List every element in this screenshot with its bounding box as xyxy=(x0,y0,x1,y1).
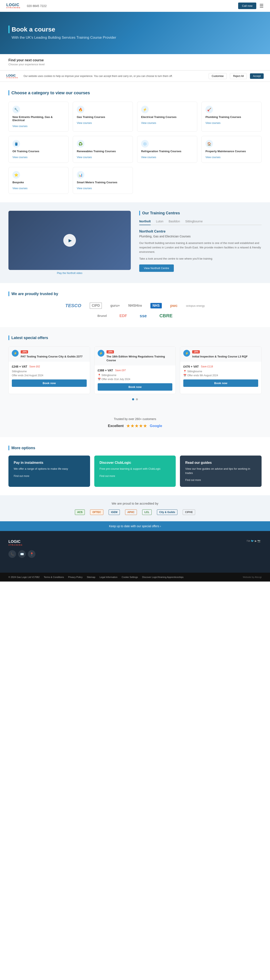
category-link-oil[interactable]: View courses xyxy=(13,156,27,159)
category-icon-gas: 🔥 xyxy=(77,106,84,113)
category-link-new-entrants[interactable]: View courses xyxy=(13,125,27,128)
offers-banner[interactable]: Keep up to date with our special offers … xyxy=(0,521,270,531)
footer-social-icons: f in 🐦 ▶ 📷 xyxy=(247,539,262,542)
reject-all-button[interactable]: Reject All xyxy=(230,73,247,79)
category-label-oil: Oil Training Courses xyxy=(13,150,65,153)
accept-button[interactable]: Accept xyxy=(250,73,264,79)
footer-cookies[interactable]: Cookie Settings xyxy=(122,576,138,578)
offer-icon-3: ⚡ xyxy=(183,350,190,356)
tab-luton[interactable]: Luton xyxy=(156,220,163,223)
category-icon-renewables: ♻️ xyxy=(77,140,84,148)
footer-logo[interactable]: LOGIC XTRAINING xyxy=(8,539,35,546)
accred-logos-row: ACS OFTEC iGEM APHC LCL City & Guilds CI… xyxy=(8,509,262,515)
centres-video-col: ▶ Play the Northolt video xyxy=(8,211,131,275)
category-icon-plumbing: 🪠 xyxy=(205,106,213,113)
category-card-electrical: ⚡ Electrical Training Courses View cours… xyxy=(137,102,197,132)
categories-title: Choose a category to view our courses xyxy=(11,91,90,95)
footer-location-icon[interactable]: 📍 xyxy=(28,550,35,558)
option-link-guides[interactable]: Find out more xyxy=(185,479,201,482)
category-link-bespoke[interactable]: View courses xyxy=(13,187,27,190)
category-link-refrigeration[interactable]: View courses xyxy=(141,156,156,159)
category-icon-new-entrants: 🔧 xyxy=(13,106,20,113)
header: LOGIC XTRAINING 020 8845 7222 Call now ☰ xyxy=(0,0,270,12)
offer-icon-2: ⚡ xyxy=(98,350,104,356)
accred-igem: iGEM xyxy=(109,509,120,515)
video-caption[interactable]: Play the Northolt video xyxy=(8,272,131,275)
trusted-title-wrap: We are proudly trusted by xyxy=(8,291,262,296)
tab-basildon[interactable]: Basildon xyxy=(169,220,180,223)
accred-acs: ACS xyxy=(75,509,85,515)
category-label-new-entrants: New Entrants Plumbing, Gas & Electrical xyxy=(13,115,65,122)
review-row: Excellent ★★★★★ Google xyxy=(8,423,262,429)
footer-email-icon[interactable]: ✉️ xyxy=(18,550,26,558)
book-button-1[interactable]: Book now xyxy=(12,379,87,387)
offers-grid: ⚡ -20% PAT Testing Training Course City … xyxy=(8,347,262,394)
footer-phone-icon[interactable]: 📞 xyxy=(8,550,16,558)
options-grid: Pay in instalments We offer a range of o… xyxy=(8,455,262,487)
option-desc-clublogic: Free pre-course learning & support with … xyxy=(99,467,171,471)
logo[interactable]: LOGIC XTRAINING xyxy=(6,3,21,9)
offer-save-3: Save £118 xyxy=(201,365,213,368)
option-link-instalments[interactable]: Find out more xyxy=(14,474,29,477)
category-link-renewables[interactable]: View courses xyxy=(77,156,92,159)
excellent-label: Excellent xyxy=(108,424,124,428)
cookie-text: Our website uses cookies to help us impr… xyxy=(24,75,205,78)
logo-sse: sse xyxy=(140,313,147,318)
search-title: Find your next course xyxy=(8,58,262,62)
play-button[interactable]: ▶ xyxy=(63,234,76,247)
logo-octopus: octopus energy xyxy=(186,304,205,307)
tab-northolt[interactable]: Northolt xyxy=(139,220,151,225)
more-options-title: More options xyxy=(11,446,35,450)
trusted-title: We are proudly trusted by xyxy=(11,292,58,296)
book-button-2[interactable]: Book now xyxy=(98,383,172,391)
centre-subtitle: Plumbing, Gas and Electrician Courses xyxy=(139,235,262,238)
footer-top: LOGIC XTRAINING 📞 ✉️ 📍 f in 🐦 ▶ 📷 xyxy=(8,539,262,558)
category-link-smart-meters[interactable]: View courses xyxy=(77,187,92,190)
hero-section: Book a course With the UK's Leading Buil… xyxy=(0,12,270,54)
customize-button[interactable]: Customise xyxy=(208,73,227,79)
offer-location-3: 📍 Sittingbourne xyxy=(183,370,258,373)
call-now-button[interactable]: Call now xyxy=(238,3,256,9)
dot-2[interactable] xyxy=(136,398,138,400)
categories-grid: 🔧 New Entrants Plumbing, Gas & Electrica… xyxy=(8,102,262,194)
offer-location-2: 📍 Sittingbourne xyxy=(98,374,172,377)
trusted-count: Trusted by over 260+ customers xyxy=(8,417,262,421)
category-card-renewables: ♻️ Renewables Training Courses View cour… xyxy=(73,136,133,163)
option-desc-instalments: We offer a range of options to make life… xyxy=(14,467,85,471)
footer-sitemap[interactable]: Sitemap xyxy=(87,576,95,578)
footer-apprenticeships[interactable]: Discover LogicXtraining Apprenticeships xyxy=(142,576,183,578)
category-icon-smart-meters: 📊 xyxy=(77,171,84,179)
category-link-plumbing[interactable]: View courses xyxy=(205,121,220,124)
category-link-property[interactable]: View courses xyxy=(205,156,220,159)
offer-date-2: 📅 Offer ends 31st July 2024 xyxy=(98,378,172,381)
accred-city-guilds: City & Guilds xyxy=(157,509,177,515)
option-link-clublogic[interactable]: Find out more xyxy=(99,474,115,477)
footer-legal[interactable]: Legal Information xyxy=(99,576,117,578)
offer-card-2: ⚡ -20% The 18th Edition Wiring Regulatio… xyxy=(94,347,176,394)
pagination-dots xyxy=(8,398,262,400)
offer-date-1: Offer ends 2nd August 2024 xyxy=(12,374,87,377)
footer-privacy[interactable]: Privacy Policy xyxy=(68,576,82,578)
dot-1[interactable] xyxy=(132,398,134,400)
hamburger-icon[interactable]: ☰ xyxy=(259,3,264,9)
stars-icon: ★★★★★ xyxy=(126,423,147,429)
search-bar: Find your next course Choose your experi… xyxy=(0,54,270,71)
book-button-3[interactable]: Book now xyxy=(183,379,258,387)
accreditations-section: We are proud to be accredited by ACS OFT… xyxy=(0,495,270,521)
phone-number[interactable]: 020 8845 7222 xyxy=(27,4,47,8)
category-link-gas[interactable]: View courses xyxy=(77,121,92,124)
tab-sittingbourne[interactable]: Sittingbourne xyxy=(185,220,203,223)
footer-terms[interactable]: Terms & Conditions xyxy=(44,576,64,578)
offer-save-2: Save £97 xyxy=(115,369,126,372)
view-centre-button[interactable]: View Northolt Centre xyxy=(139,264,174,272)
category-card-new-entrants: 🔧 New Entrants Plumbing, Gas & Electrica… xyxy=(8,102,69,132)
category-label-refrigeration: Refrigeration Training Courses xyxy=(141,150,193,153)
footer-logo-wrap: LOGIC XTRAINING 📞 ✉️ 📍 xyxy=(8,539,35,558)
centre-desc1: Our Northolt building services training … xyxy=(139,241,262,254)
footer: LOGIC XTRAINING 📞 ✉️ 📍 f in 🐦 ▶ 📷 xyxy=(0,531,270,573)
more-options-section: More options Pay in instalments We offer… xyxy=(0,437,270,495)
category-icon-property: 🏠 xyxy=(205,140,213,148)
category-link-electrical[interactable]: View courses xyxy=(141,121,156,124)
hero-content: Book a course With the UK's Leading Buil… xyxy=(8,25,116,40)
logo-brunel: Brunel xyxy=(98,314,107,318)
